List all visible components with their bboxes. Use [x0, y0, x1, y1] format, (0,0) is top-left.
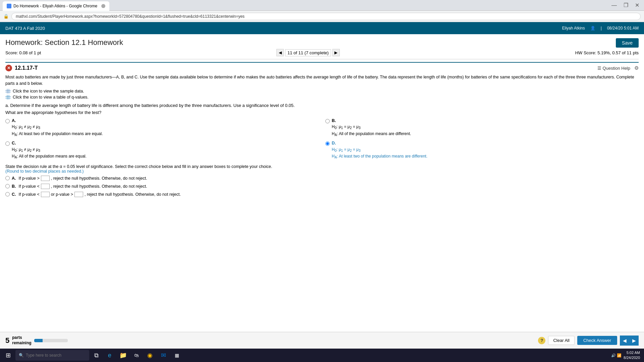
user-icon: 👤 — [590, 26, 595, 31]
address-bar: 🔒 — [0, 11, 644, 22]
sample-data-icon[interactable] — [5, 89, 11, 94]
username: Eliyah Atkins — [562, 26, 585, 31]
decision-c-box2[interactable] — [74, 192, 83, 197]
decision-radio-c[interactable] — [5, 192, 10, 196]
hypothesis-options-grid: A. H0: μ1 ≠ μ2 ≠ μ3 HA: At least two of … — [5, 118, 639, 160]
main-content: Homework: Section 12.1 Homework Save Sco… — [0, 34, 644, 262]
hypothesis-d-block: H0: μ1 = μ2 = μ3 HA: At least two of the… — [332, 146, 427, 160]
chrome-tab[interactable]: Do Homework - Eliyah Atkins - Google Chr… — [3, 1, 109, 11]
score-value: 0.08 of 1 pt — [19, 50, 41, 55]
hypothesis-b-block: H0: μ1 = μ2 = μ3 HA: All of the populati… — [332, 124, 411, 137]
decision-rule-text: State the decision rule at the α = 0.05 … — [5, 164, 639, 169]
close-button[interactable]: ✕ — [633, 2, 641, 8]
settings-icon[interactable]: ⚙ — [634, 65, 639, 71]
decision-radio-b[interactable] — [5, 184, 10, 188]
score-display: Score: 0.08 of 1 pt — [5, 50, 41, 55]
decision-a-box[interactable] — [41, 176, 50, 181]
chrome-tab-close[interactable] — [101, 4, 105, 8]
question-nav-dropdown[interactable]: 11 of 11 (7 complete) — [285, 49, 331, 56]
decision-radio-a[interactable] — [5, 176, 10, 180]
question-help-row: ☰ Question Help ⚙ — [597, 65, 639, 71]
restore-button[interactable]: ❐ — [622, 2, 630, 8]
minimize-button[interactable]: — — [609, 2, 619, 8]
decision-option-c[interactable]: C. If p-value < or p-value > , reject th… — [5, 192, 639, 197]
address-input[interactable] — [11, 13, 641, 20]
score-label: Score: — [5, 50, 18, 55]
hypothesis-radio-a[interactable] — [5, 119, 10, 123]
save-button[interactable]: Save — [616, 38, 639, 48]
question-id-row: ✕ 12.1.17-T — [5, 65, 38, 71]
round-note: (Round to two decimal places as needed.) — [5, 169, 639, 174]
question-header: ✕ 12.1.17-T ☰ Question Help ⚙ — [5, 62, 639, 71]
hw-score-label: HW Score: — [575, 50, 596, 55]
app-header: DAT 473 A Fall 2020 Eliyah Atkins 👤 | 08… — [0, 22, 644, 34]
nav-controls: ◀ 11 of 11 (7 complete) ▶ — [276, 49, 340, 56]
hypothesis-option-d[interactable]: D. H0: μ1 = μ2 = μ3 HA: At least two of … — [325, 140, 639, 160]
decision-c-box1[interactable] — [41, 192, 50, 197]
decision-b-box[interactable] — [41, 184, 50, 189]
incorrect-icon: ✕ — [5, 65, 12, 71]
lock-icon: 🔒 — [3, 14, 9, 19]
hypothesis-radio-b[interactable] — [325, 119, 330, 123]
homework-title: Homework: Section 12.1 Homework — [5, 38, 123, 47]
chrome-window-controls: — ❐ ✕ — [609, 2, 641, 8]
hypothesis-c-block: H0: μ1 ≠ μ2 ≠ μ3 HA: All of the populati… — [12, 146, 87, 160]
next-question-button[interactable]: ▶ — [332, 49, 340, 56]
prev-question-button[interactable]: ◀ — [276, 49, 284, 56]
hypothesis-option-c[interactable]: C. H0: μ1 ≠ μ2 ≠ μ3 HA: All of the popul… — [5, 140, 319, 160]
hypothesis-radio-d[interactable] — [325, 141, 330, 146]
hypothesis-option-a[interactable]: A. H0: μ1 ≠ μ2 ≠ μ3 HA: At least two of … — [5, 118, 319, 138]
decision-option-b[interactable]: B. If p-value < , reject the null hypoth… — [5, 184, 639, 189]
course-name: DAT 473 A Fall 2020 — [5, 26, 45, 31]
sample-data-row: Click the icon to view the sample data. — [5, 89, 639, 94]
app-header-right: Eliyah Atkins 👤 | 08/24/20 5:01 AM — [562, 26, 639, 31]
q-values-icon[interactable] — [5, 95, 11, 100]
hypotheses-question: What are the appropriate hypotheses for … — [5, 110, 639, 115]
question-instruction: Most auto batteries are made by just thr… — [5, 74, 639, 87]
hypothesis-option-b[interactable]: B. H0: μ1 = μ2 = μ3 HA: All of the popul… — [325, 118, 639, 138]
question-id-label: 12.1.17-T — [15, 65, 38, 71]
hw-title-row: Homework: Section 12.1 Homework Save — [5, 37, 639, 48]
chrome-titlebar: Do Homework - Eliyah Atkins - Google Chr… — [0, 0, 644, 11]
header-datetime: 08/24/20 5:01 AM — [607, 26, 639, 31]
hw-score-value: 5.19%, 0.57 of 11 pts — [597, 50, 639, 55]
question-help-link[interactable]: ☰ Question Help — [597, 66, 630, 71]
q-values-row: Click the icon to view a table of q-valu… — [5, 95, 639, 100]
decision-option-a[interactable]: A. If p-value > , reject the null hypoth… — [5, 176, 639, 181]
decision-options: A. If p-value > , reject the null hypoth… — [5, 176, 639, 197]
list-icon: ☰ — [597, 66, 601, 71]
score-nav-row: Score: 0.08 of 1 pt ◀ 11 of 11 (7 comple… — [5, 49, 639, 56]
q-values-link[interactable]: Click the icon to view a table of q-valu… — [13, 95, 89, 100]
hypothesis-a-block: H0: μ1 ≠ μ2 ≠ μ3 HA: At least two of the… — [12, 124, 103, 137]
divider — [5, 59, 639, 59]
chrome-favicon — [7, 4, 11, 8]
chrome-tab-title: Do Homework - Eliyah Atkins - Google Chr… — [13, 4, 97, 8]
hypothesis-radio-c[interactable] — [5, 141, 10, 146]
sample-data-link[interactable]: Click the icon to view the sample data. — [13, 89, 84, 94]
part-a-heading: a. Determine if the average length of ba… — [5, 103, 639, 108]
hw-score-display: HW Score: 5.19%, 0.57 of 11 pts — [575, 50, 639, 55]
